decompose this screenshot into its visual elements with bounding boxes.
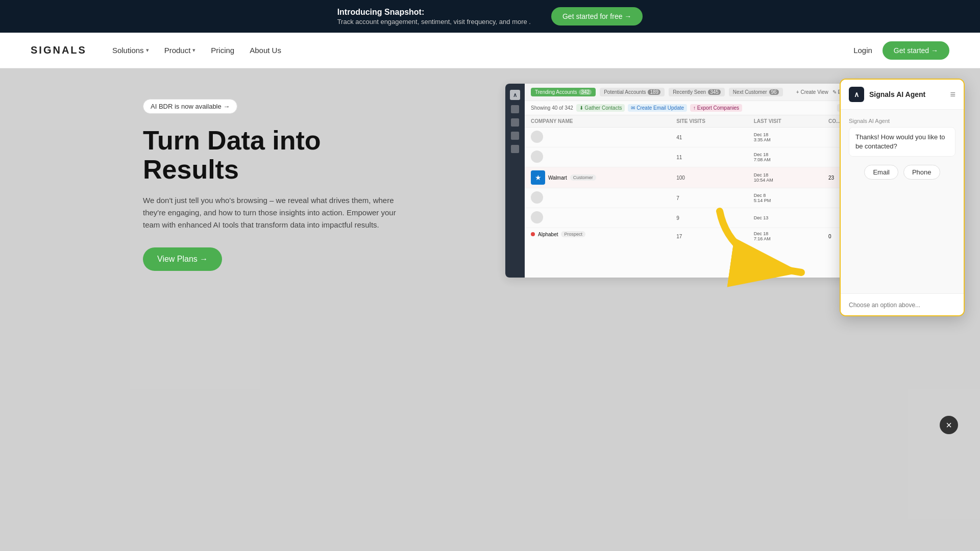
chevron-down-icon-2: ▾ bbox=[192, 47, 195, 54]
yellow-arrow bbox=[709, 201, 822, 293]
hero-description: We don't just tell you who's browsing – … bbox=[143, 194, 408, 231]
top-banner: Introducing Snapshot: Track account enga… bbox=[0, 0, 980, 33]
chat-email-option[interactable]: Email bbox=[864, 165, 898, 180]
nav-product[interactable]: Product ▾ bbox=[164, 46, 196, 55]
hero-cta-button[interactable]: View Plans → bbox=[143, 247, 222, 271]
nav-about-label: About Us bbox=[250, 46, 281, 55]
table-row: 41 Dec 183:35 AM bbox=[525, 128, 868, 147]
nav-login-button[interactable]: Login bbox=[853, 46, 872, 55]
dash-sidebar-icon-3 bbox=[511, 132, 519, 140]
hero-title: Turn Data into Results bbox=[143, 126, 408, 184]
nav-cta-button[interactable]: Get started → bbox=[883, 41, 949, 60]
banner-text: Introducing Snapshot: Track account enga… bbox=[337, 8, 531, 26]
chat-bubble: Thanks! How would you like to be contact… bbox=[849, 127, 955, 157]
create-view-button[interactable]: + Create View bbox=[796, 89, 828, 95]
chat-header: ∧ Signals AI Agent ≡ bbox=[841, 80, 964, 110]
nav-links: Solutions ▾ Product ▾ Pricing About Us bbox=[112, 46, 853, 55]
ai-badge[interactable]: AI BDR is now available → bbox=[143, 99, 237, 114]
dash-tab-trending[interactable]: Trending Accounts 342 bbox=[531, 88, 596, 96]
chat-options: Email Phone bbox=[849, 165, 955, 180]
col-visits: SITE VISITS bbox=[670, 115, 748, 128]
chat-input-area bbox=[841, 293, 964, 315]
chat-title: Signals AI Agent bbox=[869, 90, 945, 98]
nav-pricing[interactable]: Pricing bbox=[211, 46, 234, 55]
banner-cta-button[interactable]: Get started for free → bbox=[551, 7, 643, 26]
col-last-visit: LAST VISIT bbox=[748, 115, 822, 128]
navbar: SIGNALS Solutions ▾ Product ▾ Pricing Ab… bbox=[0, 33, 980, 68]
nav-logo: SIGNALS bbox=[31, 44, 87, 56]
chat-logo: ∧ bbox=[849, 87, 864, 102]
nav-solutions-label: Solutions bbox=[112, 46, 144, 55]
chat-logo-symbol: ∧ bbox=[854, 90, 859, 98]
showing-text: Showing 40 of 342 bbox=[531, 105, 573, 111]
walmart-row: ★ Walmart Customer 100 Dec 1810:54 AM 23 bbox=[525, 167, 868, 188]
nav-about[interactable]: About Us bbox=[250, 46, 281, 55]
dash-tab-potential[interactable]: Potential Accounts 189 bbox=[600, 88, 665, 96]
col-company: COMPANY NAME bbox=[525, 115, 670, 128]
chat-body: Signals AI Agent Thanks! How would you l… bbox=[841, 110, 964, 293]
hero-content: AI BDR is now available → Turn Data into… bbox=[143, 99, 408, 271]
walmart-logo: ★ bbox=[531, 170, 545, 185]
dash-tab-next[interactable]: Next Customer 96 bbox=[729, 88, 783, 96]
nav-solutions[interactable]: Solutions ▾ bbox=[112, 46, 149, 55]
dash-sidebar-icon-2 bbox=[511, 118, 519, 127]
chat-close-button[interactable]: × bbox=[940, 416, 958, 434]
nav-product-label: Product bbox=[164, 46, 191, 55]
red-status-dot bbox=[531, 232, 535, 236]
dash-sidebar-icon-4 bbox=[511, 145, 519, 153]
chat-input[interactable] bbox=[849, 302, 955, 309]
export-button[interactable]: ↑ Export Companies bbox=[690, 104, 742, 112]
chevron-down-icon: ▾ bbox=[146, 47, 149, 54]
chat-sender: Signals AI Agent bbox=[849, 118, 955, 124]
nav-pricing-label: Pricing bbox=[211, 46, 234, 55]
banner-title: Introducing Snapshot: bbox=[337, 8, 531, 17]
close-icon: × bbox=[946, 419, 952, 431]
chat-phone-option[interactable]: Phone bbox=[903, 165, 940, 180]
table-row: 11 Dec 187:08 AM bbox=[525, 147, 868, 167]
chat-menu-button[interactable]: ≡ bbox=[950, 89, 955, 100]
chat-widget: ∧ Signals AI Agent ≡ Signals AI Agent Th… bbox=[840, 79, 965, 316]
banner-subtitle: Track account engagement, sentiment, vis… bbox=[337, 18, 531, 26]
nav-right: Login Get started → bbox=[853, 41, 949, 60]
hero-section: AI BDR is now available → Turn Data into… bbox=[0, 68, 980, 551]
gather-contacts-button[interactable]: ⬇ Gather Contacts bbox=[576, 104, 625, 112]
create-email-button[interactable]: ✉ Create Email Update bbox=[628, 104, 687, 112]
dash-sidebar-icon-1 bbox=[511, 105, 519, 113]
dash-tab-recent[interactable]: Recently Seen 345 bbox=[669, 88, 725, 96]
dash-logo-icon: ∧ bbox=[510, 90, 520, 100]
